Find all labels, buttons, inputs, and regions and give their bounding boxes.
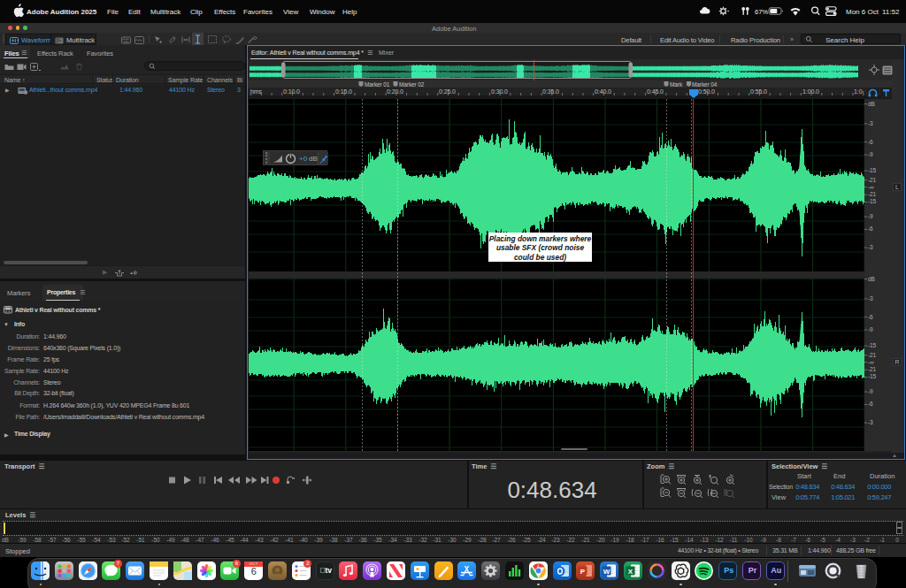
svg-text:P: P [580, 568, 586, 576]
svg-text:X: X [628, 568, 633, 576]
svg-text:W: W [603, 568, 610, 576]
